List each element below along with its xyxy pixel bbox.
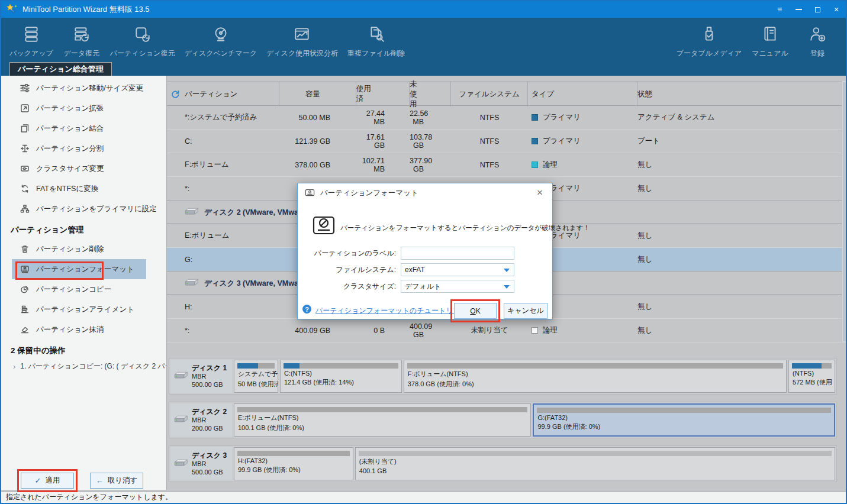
partition-row[interactable]: F:ボリューム 378.00 GB 102.71 MB 377.90 GB NT…: [167, 153, 842, 177]
merge-icon: [20, 124, 30, 133]
sidebar-item-label: パーティション削除: [36, 244, 104, 254]
manual-icon: [761, 24, 779, 45]
partition-row[interactable]: *: 400.09 GB 0 B 400.09 GB 未割り当て 論理 無し: [167, 319, 842, 343]
sidebar: パーティション移動/サイズ変更 パーティション拡張 パーティション結合 パーティ…: [1, 76, 167, 490]
cluster-size-icon: [20, 164, 30, 173]
dialog-close-icon[interactable]: ×: [533, 186, 546, 199]
diskmap-disk-label[interactable]: ディスク 2 MBR 200.00 GB: [170, 403, 232, 437]
sidebar-item-delete[interactable]: パーティション削除: [12, 239, 146, 259]
cell-filesystem: NTFS: [451, 114, 528, 122]
column-header[interactable]: 未使用: [410, 82, 451, 106]
partition-label-field-label: パーティションのラベル:: [298, 248, 396, 259]
pending-operation-item[interactable]: › 1. パーティションコピー: (G: ( ディスク 2 パーティ...: [1, 360, 166, 371]
sidebar-item-merge[interactable]: パーティション結合: [12, 118, 146, 138]
help-icon[interactable]: ?: [302, 305, 311, 314]
disk-table-type: MBR: [192, 460, 227, 469]
toolbar-partition-recovery[interactable]: パーティション復元: [110, 24, 175, 59]
partition-type-square: [532, 114, 538, 121]
cell-partition: G:: [167, 256, 279, 264]
partition-row[interactable]: C: 121.39 GB 17.61 GB 103.78 GB NTFS プライ…: [167, 130, 842, 153]
column-header[interactable]: 容量: [279, 82, 356, 106]
toolbar-duplicate-remover[interactable]: 重複ファイル削除: [347, 24, 405, 59]
sidebar-item-convert[interactable]: FATをNTFSに変換: [12, 179, 146, 199]
diskmap-partition-label: システムで予約: [238, 370, 278, 379]
sidebar-item-set-primary[interactable]: パーティションをプライマリに設定: [12, 199, 146, 219]
undo-button[interactable]: ← 取り消す: [90, 473, 143, 489]
table-scrollbar[interactable]: [842, 81, 847, 343]
scrollbar-thumb[interactable]: [843, 82, 846, 341]
cell-capacity: 121.39 GB: [279, 137, 356, 146]
diskmap-partition[interactable]: (未割り当て) 400.1 GB: [355, 447, 835, 480]
diskmap-partition[interactable]: (NTFS) 572 MB (使用: [788, 360, 835, 393]
toolbar-bootable-media[interactable]: ブータブルメディア: [677, 24, 742, 59]
cell-partition: F:ボリューム: [167, 160, 279, 170]
toolbar-disk-usage[interactable]: ディスク使用状況分析: [266, 24, 338, 59]
sidebar-item-copy[interactable]: パーティションコピー: [12, 279, 146, 299]
sidebar-item-split[interactable]: パーティション分割: [12, 138, 146, 159]
diskmap-partition[interactable]: E:ボリューム(NTFS) 100.1 GB (使用済: 0%): [234, 403, 531, 437]
diskmap-row: ディスク 3 MBR 500.00 GB H:(FAT32) 99.9 GB (…: [169, 445, 837, 482]
partition-label-input[interactable]: [401, 247, 514, 260]
toolbar-register[interactable]: 登録: [798, 24, 836, 59]
minimize-button[interactable]: [789, 1, 808, 18]
disk-table-type: MBR: [192, 373, 227, 381]
file-system-select[interactable]: exFAT: [401, 263, 514, 276]
convert-icon: [20, 184, 30, 193]
pending-operations-header: 2 保留中の操作: [1, 340, 166, 360]
diskmap-partition[interactable]: C:(NTFS) 121.4 GB (使用済: 14%): [280, 360, 402, 393]
sidebar-item-move-resize[interactable]: パーティション移動/サイズ変更: [12, 78, 146, 98]
diskmap-partition-label: G:(FAT32): [537, 414, 834, 421]
tutorial-link[interactable]: パーティションフォーマットのチュートリアル: [315, 306, 468, 316]
column-header[interactable]: 使用済: [356, 82, 410, 106]
diskmap-partition[interactable]: H:(FAT32) 99.9 GB (使用済: 0%): [234, 447, 353, 480]
app-window: MiniTool Partition Wizard 無料版 13.5 ≡ × バ…: [0, 0, 847, 504]
diskmap-partition[interactable]: F:ボリューム(NTFS) 378.0 GB (使用済: 0%): [404, 360, 787, 393]
wizard-actions-list: パーティション移動/サイズ変更 パーティション拡張 パーティション結合 パーティ…: [1, 76, 166, 219]
callout-apply-button: [17, 469, 78, 492]
column-header[interactable]: ファイルシステム: [451, 82, 528, 106]
refresh-icon[interactable]: [170, 89, 180, 101]
cell-unused: 22.56 MB: [410, 109, 451, 126]
alignment-icon: [20, 305, 30, 314]
diskmap-partition[interactable]: G:(FAT32) 99.9 GB (使用済: 0%): [533, 403, 835, 437]
sidebar-item-alignment[interactable]: パーティションアライメント: [12, 299, 146, 319]
toolbar-disk-benchmark[interactable]: ディスクベンチマーク: [184, 24, 257, 59]
cell-type: プライマリ: [528, 136, 637, 146]
toolbar-data-recovery[interactable]: データ復元: [63, 24, 101, 59]
split-icon: [20, 144, 30, 153]
column-header[interactable]: タイプ: [528, 82, 637, 106]
backup-icon: [22, 24, 40, 45]
sidebar-item-label: クラスタサイズ変更: [36, 164, 104, 174]
diskmap-disk-label[interactable]: ディスク 1 MBR 500.00 GB: [170, 360, 232, 393]
column-header[interactable]: パーティション: [167, 82, 279, 106]
callout-ok-button: [450, 299, 500, 322]
toolbar-manual[interactable]: マニュアル: [751, 24, 789, 59]
cluster-size-select[interactable]: デフォルト: [401, 280, 514, 293]
sidebar-item-extend[interactable]: パーティション拡張: [12, 98, 146, 118]
usage-bar: [237, 407, 527, 412]
register-icon: [809, 24, 826, 45]
column-header[interactable]: 状態: [637, 82, 842, 106]
toolbar-backup[interactable]: バックアップ: [9, 24, 53, 59]
maximize-button[interactable]: [808, 1, 827, 18]
format-drive-icon: [305, 189, 315, 198]
diskmap-disk-label[interactable]: ディスク 3 MBR 500.00 GB: [170, 447, 232, 480]
sidebar-item-cluster-size[interactable]: クラスタサイズ変更: [12, 159, 146, 179]
diskmap-partition[interactable]: システムで予約 50 MB (使用済: [234, 360, 278, 393]
sidebar-item-wipe[interactable]: パーティション抹消: [12, 319, 146, 340]
usage-bar: [792, 363, 832, 369]
cancel-button[interactable]: キャンセル: [504, 303, 548, 319]
tab-partition-management[interactable]: パーティション総合管理: [9, 62, 112, 76]
cell-filesystem: NTFS: [451, 137, 528, 146]
partition-row[interactable]: *:システムで予約済み 50.00 MB 27.44 MB 22.56 MB N…: [167, 106, 842, 130]
menu-icon[interactable]: ≡: [770, 1, 789, 18]
cell-capacity: 400.09 GB: [279, 327, 356, 335]
duplicate-remover-icon: [368, 24, 385, 45]
undo-arrow-icon: ←: [96, 476, 104, 485]
close-button[interactable]: ×: [827, 1, 846, 18]
toolbar-right: ブータブルメディア マニュアル 登録: [677, 24, 836, 59]
cell-partition: C:: [167, 137, 279, 146]
disk-table-type: MBR: [192, 416, 227, 425]
cell-type: 論理: [528, 160, 637, 170]
cell-partition: H:: [167, 303, 279, 311]
